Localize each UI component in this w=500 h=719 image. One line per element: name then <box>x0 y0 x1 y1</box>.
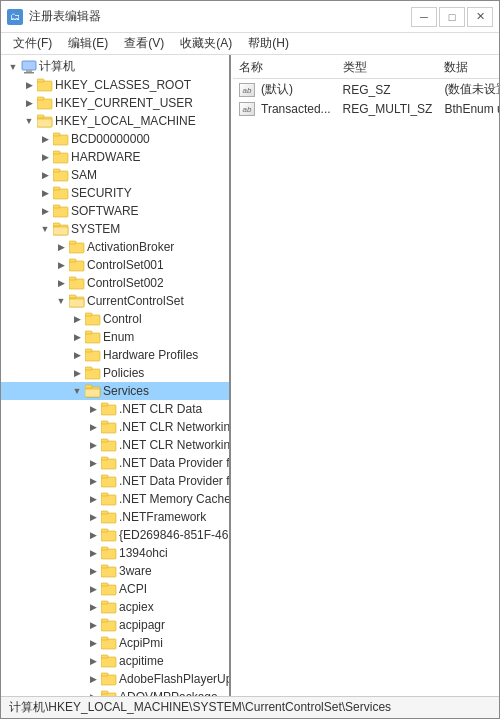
tree-item-adobe_flash[interactable]: ▶AdobeFlashPlayerUpd <box>1 670 229 688</box>
tree-item-acpi[interactable]: ▶ACPI <box>1 580 229 598</box>
tree-item-current_control_set[interactable]: ▼CurrentControlSet <box>1 292 229 310</box>
toggle-icon-control[interactable]: ▶ <box>69 314 85 324</box>
tree-item-control[interactable]: ▶Control <box>1 310 229 328</box>
toggle-icon-net_data_provider2[interactable]: ▶ <box>85 476 101 486</box>
close-button[interactable]: ✕ <box>467 7 493 27</box>
menu-item-f[interactable]: 文件(F) <box>5 33 60 54</box>
tree-item-3ware[interactable]: ▶3ware <box>1 562 229 580</box>
tree-item-security[interactable]: ▶SECURITY <box>1 184 229 202</box>
toggle-icon-software[interactable]: ▶ <box>37 206 53 216</box>
menu-item-e[interactable]: 编辑(E) <box>60 33 116 54</box>
tree-item-controlset001[interactable]: ▶ControlSet001 <box>1 256 229 274</box>
toggle-icon-policies[interactable]: ▶ <box>69 368 85 378</box>
toggle-icon-adobe_flash[interactable]: ▶ <box>85 674 101 684</box>
tree-item-ed269[interactable]: ▶{ED269846-851F-462b <box>1 526 229 544</box>
menu-bar: 文件(F)编辑(E)查看(V)收藏夹(A)帮助(H) <box>1 33 499 55</box>
tree-item-hardware[interactable]: ▶HARDWARE <box>1 148 229 166</box>
svg-rect-66 <box>101 601 108 604</box>
tree-item-net_data_provider2[interactable]: ▶.NET Data Provider for <box>1 472 229 490</box>
tree-item-1394ohci[interactable]: ▶1394ohci <box>1 544 229 562</box>
toggle-icon-hardware[interactable]: ▶ <box>37 152 53 162</box>
tree-item-acpipagr[interactable]: ▶acpipagr <box>1 616 229 634</box>
toggle-icon-net_clr_networking2[interactable]: ▶ <box>85 440 101 450</box>
tree-item-net_clr_networking2[interactable]: ▶.NET CLR Networking · <box>1 436 229 454</box>
toggle-icon-sam[interactable]: ▶ <box>37 170 53 180</box>
tree-pane[interactable]: ▼计算机▶HKEY_CLASSES_ROOT▶HKEY_CURRENT_USER… <box>1 55 231 696</box>
tree-item-hardware_profiles[interactable]: ▶Hardware Profiles <box>1 346 229 364</box>
tree-item-computer[interactable]: ▼计算机 <box>1 57 229 76</box>
tree-item-adovmp[interactable]: ▶ADOVMPPackage <box>1 688 229 696</box>
svg-rect-48 <box>101 439 108 442</box>
toggle-icon-ed269[interactable]: ▶ <box>85 530 101 540</box>
folder-icon-system <box>53 222 69 236</box>
svg-rect-35 <box>85 331 92 334</box>
tree-item-software[interactable]: ▶SOFTWARE <box>1 202 229 220</box>
toggle-icon-current_user[interactable]: ▶ <box>21 98 37 108</box>
detail-cell-type-0: REG_SZ <box>337 79 439 101</box>
tree-item-acpipmi[interactable]: ▶AcpiPmi <box>1 634 229 652</box>
svg-rect-11 <box>53 133 60 136</box>
toggle-icon-acpipagr[interactable]: ▶ <box>85 620 101 630</box>
toggle-icon-enum[interactable]: ▶ <box>69 332 85 342</box>
toggle-icon-bcd[interactable]: ▶ <box>37 134 53 144</box>
toggle-icon-classes_root[interactable]: ▶ <box>21 80 37 90</box>
toggle-icon-net_data_provider[interactable]: ▶ <box>85 458 101 468</box>
maximize-button[interactable]: □ <box>439 7 465 27</box>
tree-item-net_framework[interactable]: ▶.NETFramework <box>1 508 229 526</box>
tree-item-acpitime[interactable]: ▶acpitime <box>1 652 229 670</box>
toggle-icon-net_clr_networking[interactable]: ▶ <box>85 422 101 432</box>
tree-item-system[interactable]: ▼SYSTEM <box>1 220 229 238</box>
toggle-icon-net_framework[interactable]: ▶ <box>85 512 101 522</box>
tree-item-services[interactable]: ▼Services <box>1 382 229 400</box>
tree-item-activation[interactable]: ▶ActivationBroker <box>1 238 229 256</box>
menu-item-a[interactable]: 收藏夹(A) <box>172 33 240 54</box>
tree-item-policies[interactable]: ▶Policies <box>1 364 229 382</box>
tree-item-current_user[interactable]: ▶HKEY_CURRENT_USER <box>1 94 229 112</box>
tree-item-local_machine[interactable]: ▼HKEY_LOCAL_MACHINE <box>1 112 229 130</box>
menu-item-h[interactable]: 帮助(H) <box>240 33 297 54</box>
tree-item-sam[interactable]: ▶SAM <box>1 166 229 184</box>
toggle-icon-net_memory_cache[interactable]: ▶ <box>85 494 101 504</box>
tree-item-acpiex[interactable]: ▶acpiex <box>1 598 229 616</box>
tree-label-net_clr_networking: .NET CLR Networking <box>119 420 231 434</box>
toggle-icon-computer[interactable]: ▼ <box>5 62 21 72</box>
tree-item-enum[interactable]: ▶Enum <box>1 328 229 346</box>
tree-label-current_user: HKEY_CURRENT_USER <box>55 96 193 110</box>
detail-row-0[interactable]: ab(默认)REG_SZ(数值未设置) <box>233 79 499 101</box>
toggle-icon-hardware_profiles[interactable]: ▶ <box>69 350 85 360</box>
toggle-icon-current_control_set[interactable]: ▼ <box>53 296 69 306</box>
tree-item-net_data_provider[interactable]: ▶.NET Data Provider for <box>1 454 229 472</box>
svg-rect-41 <box>85 385 92 388</box>
detail-row-1[interactable]: abTransacted...REG_MULTI_SZBthEnum usbhu… <box>233 100 499 118</box>
tree-item-controlset002[interactable]: ▶ControlSet002 <box>1 274 229 292</box>
folder-icon-net_clr_data <box>101 402 117 416</box>
toggle-icon-acpipmi[interactable]: ▶ <box>85 638 101 648</box>
folder-icon-security <box>53 186 69 200</box>
toggle-icon-acpitime[interactable]: ▶ <box>85 656 101 666</box>
toggle-icon-local_machine[interactable]: ▼ <box>21 116 37 126</box>
toggle-icon-net_clr_data[interactable]: ▶ <box>85 404 101 414</box>
toggle-icon-system[interactable]: ▼ <box>37 224 53 234</box>
tree-label-controlset002: ControlSet002 <box>87 276 164 290</box>
tree-item-net_clr_data[interactable]: ▶.NET CLR Data <box>1 400 229 418</box>
menu-item-v[interactable]: 查看(V) <box>116 33 172 54</box>
toggle-icon-acpiex[interactable]: ▶ <box>85 602 101 612</box>
tree-item-net_clr_networking[interactable]: ▶.NET CLR Networking <box>1 418 229 436</box>
toggle-icon-controlset002[interactable]: ▶ <box>53 278 69 288</box>
toggle-icon-1394ohci[interactable]: ▶ <box>85 548 101 558</box>
toggle-icon-acpi[interactable]: ▶ <box>85 584 101 594</box>
tree-item-bcd[interactable]: ▶BCD00000000 <box>1 130 229 148</box>
svg-rect-2 <box>24 72 34 74</box>
svg-rect-12 <box>53 153 68 163</box>
toggle-icon-security[interactable]: ▶ <box>37 188 53 198</box>
svg-rect-5 <box>37 99 52 109</box>
tree-item-net_memory_cache[interactable]: ▶.NET Memory Cache 4 <box>1 490 229 508</box>
minimize-button[interactable]: ─ <box>411 7 437 27</box>
toggle-icon-services[interactable]: ▼ <box>69 386 85 396</box>
toggle-icon-activation[interactable]: ▶ <box>53 242 69 252</box>
toggle-icon-controlset001[interactable]: ▶ <box>53 260 69 270</box>
tree-label-net_clr_data: .NET CLR Data <box>119 402 202 416</box>
svg-rect-57 <box>101 531 116 541</box>
toggle-icon-3ware[interactable]: ▶ <box>85 566 101 576</box>
tree-item-classes_root[interactable]: ▶HKEY_CLASSES_ROOT <box>1 76 229 94</box>
